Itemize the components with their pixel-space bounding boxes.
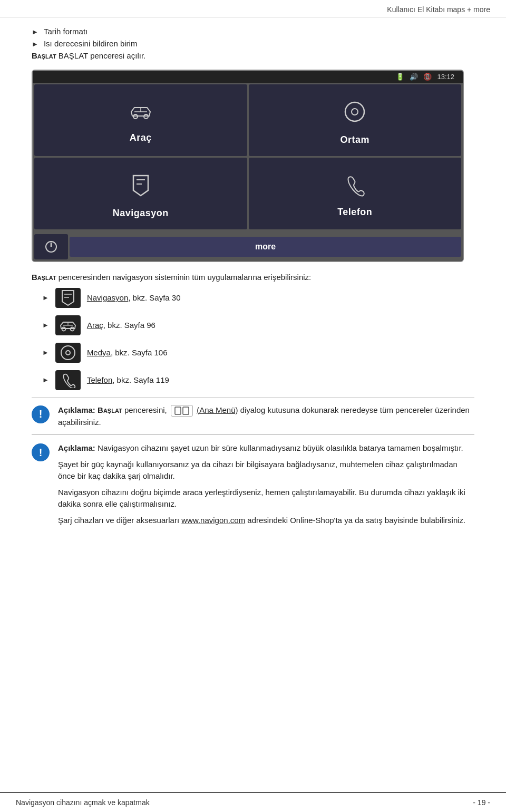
icon-list-telefon-text: Telefon, bkz. Sayfa 119 bbox=[87, 375, 169, 384]
icon-box-arac bbox=[55, 315, 81, 335]
ana-menu-link[interactable]: (Ana Menü) bbox=[197, 405, 238, 414]
warning-icon-1: ! bbox=[32, 443, 50, 461]
warning-para-4: Şarj cihazları ve diğer aksesuarları www… bbox=[58, 515, 474, 527]
status-phone-icon: 📵 bbox=[423, 73, 432, 81]
medya-link[interactable]: Medya bbox=[87, 348, 111, 357]
svg-point-8 bbox=[61, 346, 75, 360]
baslat-label-2: Başlat bbox=[32, 273, 56, 282]
list-arrow-1: ► bbox=[42, 294, 49, 302]
baslat-desc-text: penceresinden navigasyon sisteminin tüm … bbox=[59, 273, 311, 282]
bullet-item-1: ► Tarih formatı bbox=[32, 27, 474, 36]
warning-block-1: ! Açıklama: Navigasyon cihazını şayet uz… bbox=[32, 442, 474, 526]
telefon-ref: , bkz. Sayfa 119 bbox=[112, 375, 169, 384]
svg-point-6 bbox=[62, 327, 65, 331]
device-btn-ortam[interactable]: Ortam bbox=[249, 84, 462, 156]
warning-para-1: Açıklama: Navigasyon cihazını şayet uzun… bbox=[58, 442, 474, 455]
notice-baslat: Başlat bbox=[98, 405, 122, 414]
bullet-text-2: Isı derecesini bildiren birim bbox=[44, 39, 138, 48]
telefon-label: Telefon bbox=[337, 207, 372, 218]
warning-text-1: Açıklama: Navigasyon cihazını şayet uzun… bbox=[58, 442, 474, 526]
ana-menu-icon bbox=[171, 405, 193, 417]
telefon-link[interactable]: Telefon bbox=[87, 375, 112, 384]
arac-label: Araç bbox=[130, 132, 152, 143]
ortam-label: Ortam bbox=[340, 134, 369, 146]
device-button-grid: Araç Ortam bbox=[33, 83, 463, 233]
icon-list-arac-text: Araç, bkz. Sayfa 96 bbox=[87, 321, 155, 330]
page-footer: Navigasyon cihazını açmak ve kapatmak - … bbox=[0, 792, 506, 812]
notice-block-1: ! Açıklama: Başlat penceresini, (Ana Men… bbox=[32, 398, 474, 436]
svg-point-7 bbox=[70, 327, 74, 331]
navigasyon-label: Navigasyon bbox=[113, 208, 169, 219]
warning-bold-1: Açıklama: bbox=[58, 443, 95, 452]
bullet-item-2: ► Isı derecesini bildiren birim bbox=[32, 39, 474, 48]
svg-point-9 bbox=[66, 351, 70, 355]
arac-link[interactable]: Araç bbox=[87, 321, 103, 330]
ortam-icon bbox=[342, 99, 367, 129]
arac-ref: , bkz. Sayfa 96 bbox=[103, 321, 155, 330]
icon-list-navigasyon: ► Navigasyon, bkz. Sayfa 30 bbox=[42, 288, 474, 308]
footer-right: - 19 - bbox=[473, 798, 490, 807]
svg-rect-10 bbox=[175, 407, 181, 414]
device-power-button[interactable] bbox=[34, 234, 68, 259]
notice-middle: penceresini, bbox=[124, 405, 169, 414]
svg-point-2 bbox=[345, 102, 364, 121]
notice-bold-1: Açıklama: bbox=[58, 405, 98, 414]
page-header: Kullanıcı El Kitabı maps + more bbox=[0, 0, 506, 17]
icon-box-telefon bbox=[55, 370, 81, 390]
icon-list-arac: ► Araç, bkz. Sayfa 96 bbox=[42, 315, 474, 335]
notice-text-1: Açıklama: Başlat penceresini, (Ana Menü)… bbox=[58, 404, 474, 429]
icon-box-navigasyon bbox=[55, 288, 81, 308]
list-arrow-2: ► bbox=[42, 321, 49, 329]
device-btn-arac[interactable]: Araç bbox=[34, 84, 247, 156]
navigon-link[interactable]: www.navigon.com bbox=[181, 516, 245, 525]
footer-left: Navigasyon cihazını açmak ve kapatmak bbox=[16, 798, 150, 807]
icon-list-navigasyon-text: Navigasyon, bkz. Sayfa 30 bbox=[87, 293, 181, 302]
medya-ref: , bkz. Sayfa 106 bbox=[111, 348, 168, 357]
warning-para-3: Navigasyon cihazını doğru biçimde araca … bbox=[58, 487, 474, 510]
status-time: 13:12 bbox=[437, 73, 454, 81]
notice-icon-1: ! bbox=[32, 405, 50, 423]
status-sound-icon: 🔊 bbox=[410, 73, 418, 81]
device-status-bar: 🔋 🔊 📵 13:12 bbox=[33, 71, 463, 83]
list-arrow-3: ► bbox=[42, 349, 49, 356]
svg-rect-11 bbox=[183, 407, 189, 414]
device-bottom-bar: more bbox=[33, 233, 463, 261]
svg-point-3 bbox=[352, 109, 358, 115]
page-content: ► Tarih formatı ► Isı derecesini bildire… bbox=[0, 17, 506, 565]
baslat-label: Başlat bbox=[32, 51, 56, 60]
device-btn-telefon[interactable]: Telefon bbox=[249, 158, 462, 229]
icon-box-medya bbox=[55, 343, 81, 363]
header-title: Kullanıcı El Kitabı maps + more bbox=[387, 5, 490, 14]
device-more-label: more bbox=[255, 242, 276, 252]
navigasyon-ref: , bkz. Sayfa 30 bbox=[128, 293, 180, 302]
bullet-arrow-2: ► bbox=[32, 40, 38, 48]
baslat-intro-text: BAŞLAT penceresi açılır. bbox=[59, 51, 145, 60]
device-more-button[interactable]: more bbox=[70, 237, 461, 257]
navigasyon-link[interactable]: Navigasyon bbox=[87, 293, 128, 302]
warning-rest-1: Navigasyon cihazını şayet uzun bir süre … bbox=[98, 443, 463, 452]
device-btn-navigasyon[interactable]: Navigasyon bbox=[34, 158, 247, 229]
icon-list-medya-text: Medya, bkz. Sayfa 106 bbox=[87, 348, 168, 357]
arac-icon bbox=[127, 101, 154, 127]
device-screenshot: 🔋 🔊 📵 13:12 Araç bbox=[32, 70, 464, 262]
warning-para-2: Şayet bir güç kaynağı kullanıyorsanız ya… bbox=[58, 459, 474, 482]
telefon-icon bbox=[343, 173, 366, 201]
bullet-item-baslat: Başlat BAŞLAT penceresi açılır. bbox=[32, 51, 474, 60]
status-battery-icon: 🔋 bbox=[396, 73, 404, 81]
list-arrow-4: ► bbox=[42, 376, 49, 384]
baslat-description: Başlat penceresinden navigasyon sistemin… bbox=[32, 272, 474, 284]
bullet-arrow-1: ► bbox=[32, 28, 38, 36]
icon-list-telefon: ► Telefon, bkz. Sayfa 119 bbox=[42, 370, 474, 390]
icon-list-medya: ► Medya, bkz. Sayfa 106 bbox=[42, 343, 474, 363]
bullet-text-1: Tarih formatı bbox=[44, 27, 87, 36]
navigasyon-icon bbox=[129, 172, 152, 202]
